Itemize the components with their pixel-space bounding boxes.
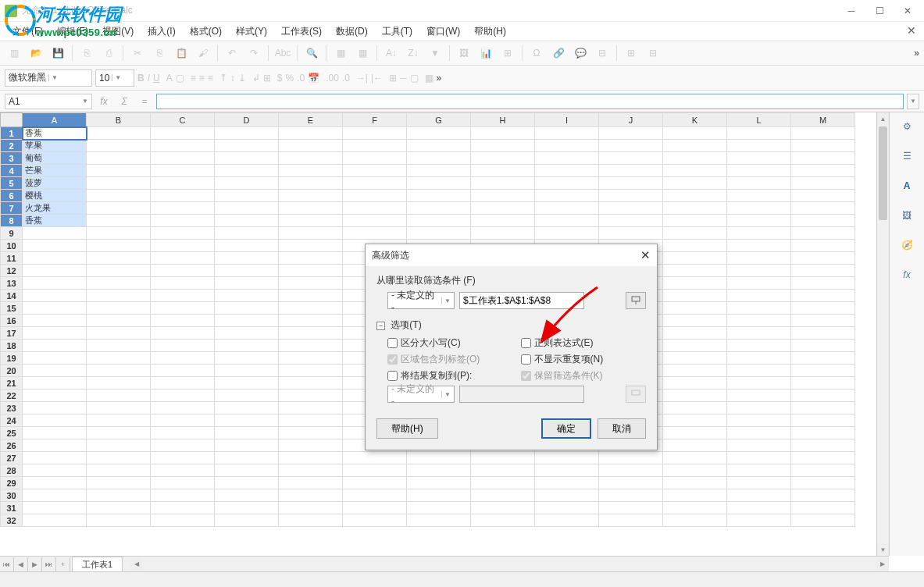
headers-icon[interactable]: ⊟ [593,44,612,62]
cell[interactable] [407,140,471,152]
cell[interactable] [343,190,407,202]
cell[interactable] [151,290,215,302]
cell[interactable] [791,477,855,489]
column-header[interactable]: D [215,113,279,127]
cell[interactable] [23,265,87,277]
cell[interactable]: 樱桃 [23,190,87,202]
column-header[interactable]: J [599,113,663,127]
cell[interactable] [727,152,791,165]
cell[interactable] [279,477,343,489]
help-button[interactable]: 帮助(H) [376,418,438,439]
cell[interactable] [215,365,279,377]
cell[interactable] [343,127,407,140]
cell[interactable] [87,365,151,377]
cell[interactable] [87,190,151,202]
spelling-icon[interactable]: Abc [273,44,292,62]
cell[interactable] [727,290,791,302]
menu-styles[interactable]: 样式(Y) [230,23,273,41]
cell[interactable] [279,140,343,152]
case-sensitive-checkbox[interactable]: 区分大小写(C) [387,336,513,350]
cell[interactable] [151,202,215,215]
cell[interactable] [151,240,215,252]
cell[interactable] [599,202,663,215]
regex-checkbox[interactable]: 正则表达式(E) [521,336,647,350]
cell[interactable] [727,414,791,427]
cell[interactable] [279,265,343,277]
cell[interactable] [279,439,343,452]
cell[interactable] [791,165,855,177]
cell[interactable] [343,152,407,165]
cell[interactable] [279,127,343,140]
col-icon[interactable]: ▦ [353,44,372,62]
cell[interactable] [599,165,663,177]
cell[interactable] [279,464,343,477]
tab-first-icon[interactable]: ⏮ [0,557,14,571]
cell[interactable] [87,439,151,452]
scroll-down-icon[interactable]: ▼ [877,543,889,556]
cell[interactable]: 火龙果 [23,202,87,215]
cell[interactable] [215,427,279,439]
cell[interactable] [727,352,791,365]
copy-results-checkbox[interactable]: 将结果复制到(P): [387,369,513,382]
source-range-combo[interactable]: - 未定义的 -▼ [387,292,455,309]
cell[interactable] [599,140,663,152]
shrink-range-icon[interactable] [626,292,646,309]
cell[interactable] [471,140,535,152]
cell[interactable] [151,152,215,165]
row-header[interactable]: 13 [1,277,23,290]
cell[interactable] [663,127,727,140]
row-header[interactable]: 5 [1,177,23,190]
cell[interactable] [215,227,279,240]
cell[interactable] [727,165,791,177]
cell[interactable] [215,190,279,202]
cell[interactable] [343,514,407,527]
cell[interactable] [87,277,151,290]
cell[interactable] [791,152,855,165]
cell[interactable] [343,177,407,190]
cell[interactable] [343,477,407,489]
cell[interactable] [535,489,599,502]
cell[interactable] [535,464,599,477]
cell[interactable] [279,340,343,352]
percent-icon[interactable]: % [285,73,294,84]
cell[interactable] [23,414,87,427]
scroll-thumb[interactable] [879,126,887,220]
row-header[interactable]: 7 [1,202,23,215]
row-header[interactable]: 25 [1,427,23,439]
cut-icon[interactable]: ✂ [128,44,147,62]
cell[interactable] [343,452,407,464]
cell[interactable] [215,315,279,327]
cell[interactable] [215,502,279,514]
cell[interactable] [151,414,215,427]
cell[interactable] [471,464,535,477]
cell[interactable] [791,427,855,439]
cell[interactable] [23,365,87,377]
row-header[interactable]: 1 [1,127,23,140]
column-header[interactable]: M [791,113,855,127]
copy-icon[interactable]: ⎘ [150,44,169,62]
cell[interactable] [727,439,791,452]
cell[interactable] [791,489,855,502]
cell[interactable] [599,464,663,477]
cell[interactable] [215,489,279,502]
cell[interactable] [663,365,727,377]
cell[interactable] [151,215,215,227]
cell[interactable] [791,377,855,390]
column-header[interactable]: C [151,113,215,127]
cell[interactable] [151,452,215,464]
cell[interactable] [663,165,727,177]
maximize-button[interactable]: ☐ [874,5,885,16]
cell[interactable] [87,377,151,390]
currency-icon[interactable]: $ [277,73,283,84]
menu-sheet[interactable]: 工作表(S) [275,23,328,41]
sort-desc-icon[interactable]: Z↓ [404,44,423,62]
find-icon[interactable]: 🔍 [302,44,321,62]
autofilter-icon[interactable]: ▼ [426,44,444,62]
scroll-up-icon[interactable]: ▲ [877,112,889,125]
cell[interactable] [663,377,727,390]
cell[interactable] [471,202,535,215]
cell[interactable] [87,477,151,489]
cell[interactable] [663,390,727,402]
cell[interactable] [151,514,215,527]
cell[interactable] [151,402,215,414]
